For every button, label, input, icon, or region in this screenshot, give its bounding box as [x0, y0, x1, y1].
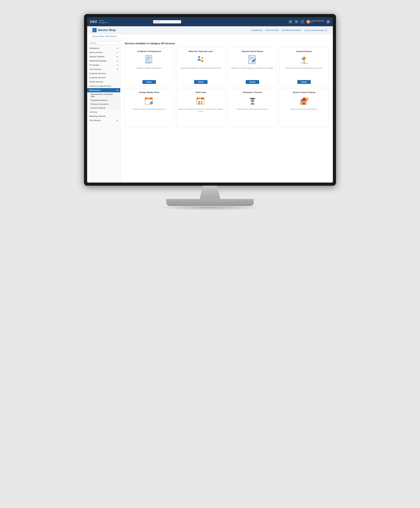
arrow-icon-workplaces: ▶ [117, 47, 118, 49]
service-card-vacation-icon [298, 54, 310, 65]
breadcrumb-separator: » [104, 35, 106, 37]
service-card-training-title: Book Or Cancel Training [293, 91, 315, 93]
service-card-cert: Certificate of Employment [125, 48, 174, 86]
sidebar-item-optional-software[interactable]: Optional Software ▶ [87, 54, 120, 59]
arrow-icon-it-changes: ▶ [117, 64, 118, 66]
svg-text:i: i [151, 102, 151, 104]
cart-icon: 🛒 [325, 29, 328, 31]
sidebar-label-customer-services: Customer Services [89, 76, 106, 79]
select-button-cert[interactable]: Select [142, 80, 156, 84]
main-panel: Services Available in Category HR Servic… [120, 38, 333, 183]
arrow-icon-test-services: ▶ [117, 120, 118, 121]
breadcrumb: Service Shop » HR Services [87, 34, 333, 38]
service-card-maternity: Maternity / Paternity Leave [176, 48, 225, 86]
shop-header: 🛒 Service Shop Templates(0) Saved Carts(… [87, 26, 333, 34]
cart-link[interactable]: Cart for Norbert Nutzer 🛒 [304, 29, 328, 31]
svg-text:12: 12 [146, 97, 150, 100]
service-card-interim-desc: Request for an interim report to be crea… [231, 67, 274, 78]
svg-point-29 [201, 101, 203, 103]
service-card-interim-icon [247, 54, 258, 65]
body-area: Workplaces ▶ Service Actions ▶ Optional … [87, 38, 333, 183]
arrow-icon-additional-hardware: ▶ [117, 60, 118, 62]
service-card-weekly-hours: Change Weekly Hours 12 [125, 89, 174, 127]
nav-search-input[interactable] [153, 20, 181, 23]
sidebar-item-finance-legal[interactable]: Finance & Legal Services [87, 84, 120, 88]
sidebar-label-additional-hardware: Additional Hardware [89, 60, 107, 62]
service-card-training: Book Or Cancel Training [279, 89, 329, 127]
service-card-tariff-leave-icon: 12 [195, 95, 207, 106]
shop-actions: Templates(0) Saved Carts(0) Submitted Re… [251, 29, 328, 31]
shop-title: 🛒 Service Shop [92, 28, 116, 32]
submitted-requests-link[interactable]: Submitted Requests(1) [282, 29, 302, 31]
service-card-training-desc: Book or cancel a job specific training. [291, 108, 317, 125]
sidebar-label-finance-legal: Finance & Legal Services [89, 85, 111, 87]
sidebar-label-corporate-services: Corporate Services [89, 72, 106, 75]
sidebar-search-input[interactable] [89, 41, 118, 45]
select-button-maternity[interactable]: Select [194, 80, 207, 84]
arrow-icon-optional-software: ▶ [117, 56, 118, 58]
sidebar-item-corporate-services[interactable]: Corporate Services [87, 71, 120, 75]
sidebar-item-user-services[interactable]: User Services ▶ [87, 67, 120, 71]
avatar: BFA [306, 20, 310, 24]
sidebar-label-optional-software: Optional Software [89, 56, 104, 58]
nav-user[interactable]: BFA Human Resources▼ [306, 20, 324, 24]
svg-rect-40 [303, 103, 305, 105]
sidebar-item-learning[interactable]: Learning [87, 110, 120, 114]
svg-point-6 [198, 56, 200, 58]
breadcrumb-shop-link[interactable]: Service Shop [92, 35, 104, 37]
nav-icon-windows[interactable]: ⊞ [289, 20, 292, 24]
sidebar-item-service-actions[interactable]: Service Actions ▶ [87, 50, 120, 54]
svg-line-36 [251, 101, 251, 101]
service-card-cert-desc: Request a certificate of employment. [136, 67, 162, 78]
svg-rect-42 [305, 101, 306, 103]
svg-point-4 [146, 60, 149, 63]
sidebar-item-workplaces[interactable]: Workplaces ▶ [87, 46, 120, 50]
service-card-interim-title: Request Interim Report [242, 50, 263, 52]
service-card-vacation: Vacation Request [279, 48, 329, 86]
nav-icons: ⊞ ⊡ 👤 BFA Human Resources▼ ⏻ [289, 20, 330, 24]
service-card-weekly-hours-desc: Request a change in the weekly working h… [133, 108, 166, 125]
shop-title-icon: 🛒 [92, 28, 97, 32]
sidebar-item-additional-hardware[interactable]: Additional Hardware ▶ [87, 59, 120, 63]
select-button-interim[interactable]: Select [246, 80, 259, 84]
sidebar-label-marketing-services: Marketing Services [89, 115, 106, 117]
nav-user-name: Human Resources▼ [311, 20, 324, 23]
arrow-icon-service-actions: ▶ [117, 52, 118, 53]
sidebar-subitem-income-payroll[interactable]: Income & Payroll [87, 106, 120, 110]
breadcrumb-hr-link[interactable]: HR Services [106, 35, 117, 37]
sidebar-label-workplaces: Workplaces [89, 47, 99, 49]
sidebar-label-hr-services: HR Services [89, 89, 101, 91]
sidebar-item-hr-services[interactable]: HR Services ▶ [87, 88, 120, 92]
sidebar-item-it-changes[interactable]: IT-Changes ▶ [87, 63, 120, 67]
nav-icon-person[interactable]: 👤 [300, 20, 304, 24]
sidebar-subitem-temp-absence[interactable]: Temporary Absence [87, 98, 120, 102]
sidebar-item-marketing-services[interactable]: Marketing Services [87, 114, 120, 118]
sidebar-subitem-admin-master[interactable]: Administration and Master Data [87, 92, 120, 98]
service-card-cert-title: Certificate of Employment [137, 50, 161, 52]
sidebar-search-container [87, 40, 120, 46]
svg-rect-41 [301, 101, 303, 103]
sidebar-item-test-services[interactable]: Test Services ▶ [87, 118, 120, 122]
arrow-icon-hr-services: ▶ [117, 89, 118, 91]
shop-title-text: Service Shop [98, 29, 116, 32]
sidebar-label-learning: Learning [89, 111, 97, 113]
sidebar-item-facility-services[interactable]: Facility Services [87, 80, 120, 84]
sidebar-subitem-pension-insurance[interactable]: Pension & Insurance [87, 102, 120, 106]
sidebar-item-customer-services[interactable]: Customer Services [87, 75, 120, 80]
nav-logout-icon[interactable]: ⏻ [326, 20, 330, 24]
nav-logo: USU [90, 20, 97, 24]
svg-point-7 [202, 57, 203, 59]
service-card-training-icon: ★ [298, 95, 310, 106]
select-button-vacation[interactable]: Select [297, 80, 311, 84]
service-card-weekly-hours-icon: 12 i [144, 95, 155, 106]
nav-icon-grid[interactable]: ⊡ [295, 20, 298, 24]
service-card-retirement-icon [247, 95, 258, 106]
svg-text:★: ★ [306, 98, 308, 100]
nav-search-container [153, 20, 206, 23]
service-card-vacation-desc: Request for vacation to be approved by y… [285, 67, 323, 78]
templates-link[interactable]: Templates(0) [251, 29, 262, 31]
svg-text:12: 12 [198, 97, 201, 100]
panel-title: Services Available in Category HR Servic… [125, 42, 329, 45]
saved-carts-link[interactable]: Saved Carts(0) [266, 29, 279, 31]
sidebar-label-facility-services: Facility Services [89, 81, 103, 83]
